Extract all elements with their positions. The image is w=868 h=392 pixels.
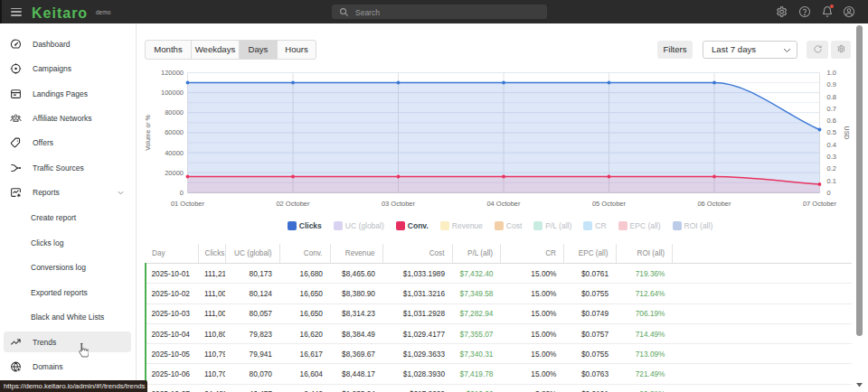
svg-text:20000: 20000	[165, 169, 184, 177]
svg-text:07 October: 07 October	[803, 200, 837, 208]
svg-text:40000: 40000	[165, 149, 184, 157]
svg-text:0: 0	[180, 189, 184, 197]
svg-text:0.7: 0.7	[827, 105, 836, 113]
svg-text:03 October: 03 October	[382, 200, 416, 208]
svg-text:60000: 60000	[165, 128, 184, 136]
svg-text:100000: 100000	[161, 89, 184, 97]
svg-text:01 October: 01 October	[171, 200, 205, 208]
svg-text:80000: 80000	[165, 108, 184, 117]
svg-text:0.6: 0.6	[827, 117, 836, 125]
svg-text:0.5: 0.5	[827, 128, 836, 136]
svg-text:06 October: 06 October	[697, 200, 731, 208]
svg-text:04 October: 04 October	[486, 200, 521, 208]
svg-text:Volume or %: Volume or %	[145, 115, 151, 151]
svg-text:0.1: 0.1	[827, 177, 836, 185]
svg-text:1.0: 1.0	[827, 69, 836, 77]
svg-text:0.9: 0.9	[827, 80, 836, 89]
svg-text:0.8: 0.8	[827, 93, 836, 101]
svg-text:05 October: 05 October	[592, 200, 627, 208]
svg-text:120000: 120000	[161, 69, 184, 77]
svg-text:USD: USD	[844, 126, 850, 140]
svg-text:0.4: 0.4	[827, 141, 836, 149]
svg-text:0.2: 0.2	[827, 164, 836, 173]
svg-text:02 October: 02 October	[276, 200, 310, 208]
svg-text:0: 0	[827, 189, 831, 197]
svg-text:0.3: 0.3	[827, 153, 836, 161]
